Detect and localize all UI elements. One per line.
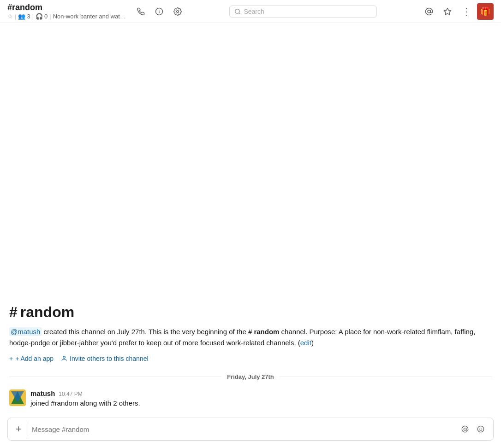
info-button[interactable]: [152, 4, 167, 19]
channel-intro: # random @matush created this channel on…: [9, 296, 492, 366]
channel-title-area: #random ☆ | 👥 3 | 🎧 0 | Non-work banter …: [7, 3, 126, 20]
add-app-link[interactable]: + + Add an app: [9, 355, 54, 362]
message-input-bar: +: [7, 418, 494, 441]
at-mention-button[interactable]: [422, 4, 436, 19]
meta-separator-2: |: [32, 13, 34, 20]
hash-symbol: #: [9, 304, 18, 321]
star-icon: [443, 7, 452, 16]
add-app-label: + Add an app: [15, 355, 54, 362]
more-options-button[interactable]: ⋮: [459, 4, 473, 19]
edit-link[interactable]: edit: [300, 339, 311, 347]
emoji-icon: [477, 425, 484, 433]
invite-link[interactable]: Invite others to this channel: [61, 355, 148, 362]
svg-point-8: [63, 356, 66, 358]
message-input[interactable]: [32, 425, 454, 433]
attach-button[interactable]: +: [13, 422, 28, 436]
message-row: matush 10:47 PM joined #random along wit…: [9, 388, 492, 411]
main-area: # random @matush created this channel on…: [0, 23, 501, 448]
at-icon-button[interactable]: [458, 422, 472, 436]
channel-description: @matush created this channel on July 27t…: [9, 326, 492, 348]
person-icon: [61, 355, 67, 362]
channel-meta-bar: ☆ | 👥 3 | 🎧 0 | Non-work banter and wat…: [7, 13, 126, 20]
call-button[interactable]: [133, 4, 148, 19]
meta-separator-1: |: [15, 13, 16, 20]
divider-line-left: [9, 377, 221, 377]
messages-area: # random @matush created this channel on…: [0, 23, 501, 418]
invite-label: Invite others to this channel: [70, 355, 148, 362]
settings-button[interactable]: [170, 4, 185, 19]
description-text-1: created this channel on July 27th. This …: [42, 328, 248, 336]
avatar: [9, 389, 26, 406]
input-right-icons: [458, 422, 488, 436]
huddle-count: 0: [44, 13, 48, 20]
members-count: 3: [27, 13, 30, 20]
channel-name-bold: # random: [248, 328, 280, 336]
svg-point-3: [177, 10, 179, 12]
svg-point-13: [477, 426, 483, 432]
channel-intro-title: # random: [9, 304, 492, 321]
gift-icon: 🎁: [480, 6, 490, 17]
date-divider: Friday, July 27th: [9, 373, 492, 380]
at-mention-icon: [461, 425, 469, 433]
plus-icon: +: [9, 355, 13, 362]
divider-line-right: [280, 377, 492, 377]
channel-name: #random: [7, 3, 126, 13]
members-icon: 👥: [18, 13, 25, 20]
svg-marker-7: [444, 8, 451, 14]
message-header: matush 10:47 PM: [30, 389, 492, 397]
channel-actions: + + Add an app Invite others to this cha…: [9, 355, 492, 362]
message-author[interactable]: matush: [30, 389, 55, 397]
avatar-image: [9, 389, 26, 406]
plus-icon: +: [16, 423, 22, 435]
gear-icon: [173, 7, 182, 16]
channel-description-short: Non-work banter and wat…: [53, 13, 126, 20]
svg-point-6: [428, 10, 430, 13]
channel-intro-name: random: [20, 304, 74, 321]
gift-button[interactable]: 🎁: [477, 3, 494, 20]
svg-point-12: [464, 428, 466, 430]
message-content: matush 10:47 PM joined #random along wit…: [30, 389, 492, 409]
search-placeholder: Search: [244, 8, 264, 15]
at-icon: [425, 7, 433, 16]
mention-matush[interactable]: @matush: [9, 327, 42, 336]
phone-icon: [137, 7, 145, 16]
search-bar[interactable]: Search: [229, 6, 377, 18]
more-dots-icon: ⋮: [462, 7, 470, 16]
meta-separator-3: |: [49, 13, 51, 20]
date-divider-text: Friday, July 27th: [227, 373, 274, 380]
svg-line-5: [239, 12, 240, 14]
star-button[interactable]: [440, 4, 455, 19]
message-text: joined #random along with 2 others.: [30, 398, 492, 409]
emoji-button[interactable]: [474, 422, 488, 436]
star-icon[interactable]: ☆: [7, 13, 13, 20]
members-item[interactable]: 👥 3: [18, 13, 30, 20]
search-icon: [234, 8, 241, 15]
description-end: ): [311, 339, 314, 347]
huddle-icon: 🎧: [36, 13, 43, 20]
search-area: Search: [189, 6, 418, 18]
huddle-item[interactable]: 🎧 0: [36, 13, 48, 20]
message-time: 10:47 PM: [59, 391, 82, 397]
channel-header: #random ☆ | 👥 3 | 🎧 0 | Non-work banter …: [0, 0, 501, 23]
info-icon: [155, 7, 163, 16]
